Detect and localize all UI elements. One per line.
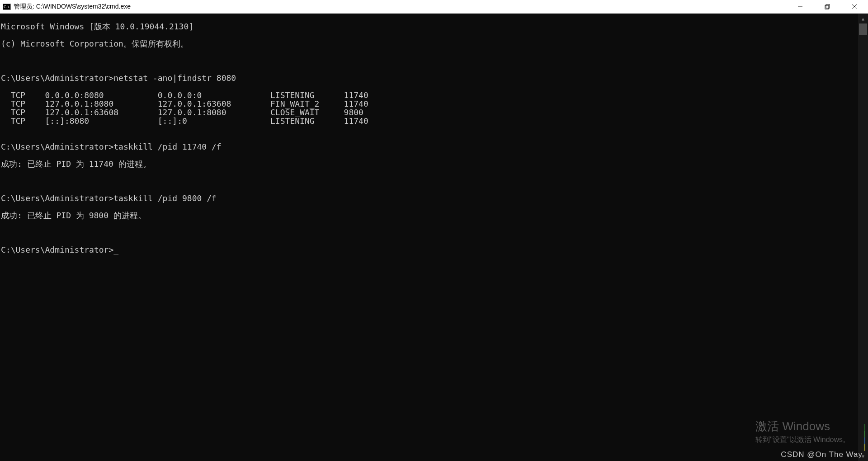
version-line: Microsoft Windows [版本 10.0.19044.2130] (1, 22, 867, 31)
watermark-title: 激活 Windows (755, 419, 850, 434)
copyright-line: (c) Microsoft Corporation。保留所有权利。 (1, 39, 867, 48)
minimize-icon (797, 4, 803, 9)
prompt-line-1: C:\Users\Administrator>netstat -ano|find… (1, 74, 867, 82)
result-line-2: 成功: 已终止 PID 为 11740 的进程。 (1, 160, 867, 168)
prompt-line-2: C:\Users\Administrator>taskkill /pid 117… (1, 142, 867, 151)
titlebar: C:\. 管理员: C:\WINDOWS\system32\cmd.exe (0, 0, 868, 14)
prompt-path: C:\Users\Administrator> (1, 142, 113, 151)
scroll-up-button[interactable]: ▲ (858, 14, 868, 24)
prompt-line-3: C:\Users\Administrator>taskkill /pid 980… (1, 194, 867, 202)
scroll-indicator (864, 424, 867, 451)
scroll-thumb[interactable] (859, 24, 867, 35)
prompt-path: C:\Users\Administrator> (1, 193, 113, 203)
result-line-3: 成功: 已终止 PID 为 9800 的进程。 (1, 211, 867, 220)
watermark-subtitle: 转到"设置"以激活 Windows。 (755, 435, 850, 445)
netstat-output: TCP 0.0.0.0:8080 0.0.0.0:0 LISTENING 117… (1, 90, 368, 126)
window-title: 管理员: C:\WINDOWS\system32\cmd.exe (14, 3, 787, 11)
blank-line (1, 125, 867, 134)
maximize-button[interactable] (814, 0, 841, 13)
blank-line (1, 177, 867, 185)
command-1: netstat -ano|findstr 8080 (113, 73, 236, 83)
prompt-path: C:\Users\Administrator> (1, 245, 113, 254)
maximize-icon (825, 4, 830, 9)
csdn-watermark: CSDN @On The Way (781, 450, 863, 459)
blank-line (1, 228, 867, 237)
minimize-button[interactable] (787, 0, 814, 13)
command-2: taskkill /pid 11740 /f (113, 142, 221, 151)
prompt-path: C:\Users\Administrator> (1, 73, 113, 83)
console-area[interactable]: Microsoft Windows [版本 10.0.19044.2130] (… (0, 14, 868, 461)
svg-rect-2 (826, 5, 830, 8)
close-button[interactable] (841, 0, 868, 13)
prompt-line-current: C:\Users\Administrator> (1, 245, 867, 254)
cmd-icon: C:\. (3, 4, 11, 10)
scrollbar[interactable]: ▲ ▼ (858, 14, 868, 461)
command-3: taskkill /pid 9800 /f (113, 193, 217, 203)
windows-activation-watermark: 激活 Windows 转到"设置"以激活 Windows。 (755, 419, 850, 445)
blank-line (1, 56, 867, 65)
window-controls (787, 0, 868, 13)
svg-rect-1 (825, 5, 829, 9)
close-icon (852, 4, 857, 9)
